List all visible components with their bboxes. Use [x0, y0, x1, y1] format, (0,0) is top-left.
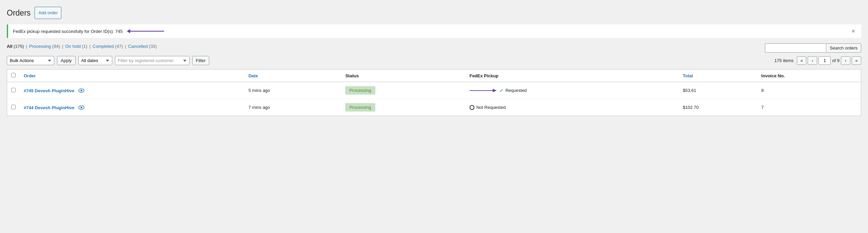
- svg-point-7: [81, 107, 82, 109]
- tab-cancelled[interactable]: Cancelled (33): [128, 44, 157, 49]
- tab-on-hold[interactable]: On hold (1): [65, 44, 87, 49]
- last-page-button[interactable]: »: [852, 56, 861, 65]
- order-date-cell: 5 mins ago: [244, 82, 341, 99]
- date-filter-select[interactable]: All dates: [78, 56, 112, 65]
- invoice-cell: 8: [757, 82, 861, 99]
- add-order-button[interactable]: Add order: [35, 7, 61, 19]
- filter-tabs: All (175) | Processing (94) | On hold (1…: [7, 44, 157, 49]
- svg-marker-5: [493, 89, 497, 92]
- fedex-pickup-cell: Not Requested: [466, 99, 679, 116]
- items-count: 175 items: [774, 58, 793, 63]
- row-arrow-icon: [470, 88, 497, 93]
- notice-bar: FedEx pickup requested succesfully for O…: [7, 24, 861, 38]
- select-all-col: [7, 70, 20, 82]
- row-checkbox-cell: [7, 99, 20, 116]
- fedex-status-text: Not Requested: [476, 105, 506, 110]
- table-row: #744 Devesh PluginHive 7 mins ago Proces…: [7, 99, 861, 116]
- fedex-pickup-cell: ✓ Requested: [466, 82, 679, 99]
- row-checkbox[interactable]: [11, 88, 16, 92]
- status-badge: Processing: [345, 86, 375, 95]
- row-checkbox[interactable]: [11, 105, 16, 109]
- pagination: 175 items « ‹ of 9 › »: [774, 56, 861, 65]
- svg-point-3: [81, 90, 82, 92]
- svg-marker-1: [127, 29, 130, 33]
- invoice-number: 7: [761, 105, 764, 110]
- view-order-icon[interactable]: [78, 88, 84, 93]
- col-fedex-pickup: FedEx Pickup: [466, 70, 679, 82]
- customer-filter-select[interactable]: Filter by registered customer: [115, 56, 190, 65]
- circle-icon: [470, 105, 474, 110]
- table-header-row: Order Date Status FedEx Pickup Total Inv…: [7, 70, 861, 82]
- page-number-input[interactable]: [818, 56, 831, 65]
- notice-text: FedEx pickup requested succesfully for O…: [13, 29, 123, 34]
- search-group: Search orders: [765, 43, 861, 53]
- tab-all[interactable]: All (175): [7, 44, 24, 49]
- page-header: Orders Add order: [7, 7, 861, 19]
- status-badge: Processing: [345, 103, 375, 112]
- prev-page-button[interactable]: ‹: [808, 56, 817, 65]
- invoice-number: 8: [761, 88, 764, 93]
- tab-processing[interactable]: Processing (94): [29, 44, 60, 49]
- top-controls: All (175) | Processing (94) | On hold (1…: [7, 43, 861, 53]
- page-title: Orders: [7, 8, 31, 18]
- page-of-label: of 9: [832, 58, 840, 63]
- invoice-cell: 7: [757, 99, 861, 116]
- check-icon: ✓: [499, 88, 504, 93]
- orders-table: Order Date Status FedEx Pickup Total Inv…: [7, 69, 861, 116]
- col-order[interactable]: Order: [20, 70, 244, 82]
- fedex-status: ✓ Requested: [499, 88, 527, 93]
- order-total: $102.70: [683, 105, 699, 110]
- col-invoice: Invoice No.: [757, 70, 861, 82]
- order-link[interactable]: #745 Devesh PluginHive: [24, 88, 75, 93]
- notice-arrow-icon: [127, 28, 167, 35]
- col-date[interactable]: Date: [244, 70, 341, 82]
- view-order-icon[interactable]: [78, 104, 84, 110]
- bulk-actions-select[interactable]: Bulk Actions: [7, 56, 54, 65]
- fedex-status: Not Requested: [470, 105, 675, 110]
- order-total-cell: $102.70: [679, 99, 757, 116]
- order-total-cell: $53.61: [679, 82, 757, 99]
- search-orders-button[interactable]: Search orders: [826, 43, 861, 53]
- row-checkbox-cell: [7, 82, 20, 99]
- notice-close-button[interactable]: ×: [850, 28, 856, 34]
- order-date: 7 mins ago: [249, 105, 270, 110]
- order-status-cell: Processing: [341, 99, 465, 116]
- fedex-status-text: Requested: [506, 88, 527, 93]
- apply-button[interactable]: Apply: [57, 56, 76, 65]
- select-all-checkbox[interactable]: [11, 73, 16, 77]
- col-total[interactable]: Total: [679, 70, 757, 82]
- order-id-cell: #745 Devesh PluginHive: [20, 82, 244, 99]
- next-page-button[interactable]: ›: [841, 56, 850, 65]
- actions-row: Bulk Actions Apply All dates Filter by r…: [7, 56, 861, 65]
- order-date-cell: 7 mins ago: [244, 99, 341, 116]
- filter-button[interactable]: Filter: [192, 56, 210, 65]
- order-link[interactable]: #744 Devesh PluginHive: [24, 105, 75, 110]
- notice-content: FedEx pickup requested succesfully for O…: [13, 28, 167, 35]
- table-row: #745 Devesh PluginHive 5 mins ago Proces…: [7, 82, 861, 99]
- search-input[interactable]: [765, 43, 826, 53]
- col-status: Status: [341, 70, 465, 82]
- tab-completed[interactable]: Completed (47): [93, 44, 123, 49]
- order-date: 5 mins ago: [249, 88, 270, 93]
- order-status-cell: Processing: [341, 82, 465, 99]
- order-id-cell: #744 Devesh PluginHive: [20, 99, 244, 116]
- order-total: $53.61: [683, 88, 696, 93]
- first-page-button[interactable]: «: [797, 56, 806, 65]
